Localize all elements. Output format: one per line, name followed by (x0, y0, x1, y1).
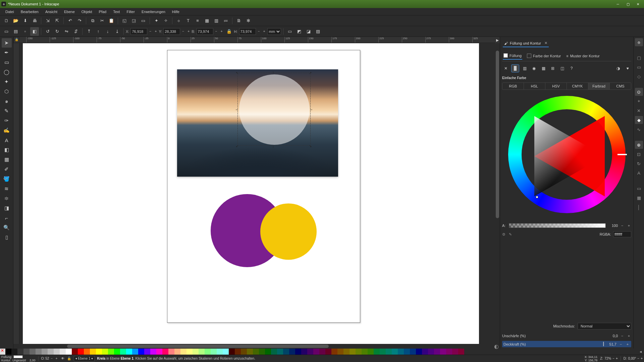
close-button[interactable]: ✕ (633, 1, 643, 7)
palette-swatch[interactable] (144, 349, 150, 355)
selector-tool-icon[interactable]: ➤ (2, 38, 12, 48)
colormode-wheel[interactable]: Farbrad (588, 83, 610, 89)
x-inc[interactable]: + (153, 28, 158, 35)
palette-menu-icon[interactable]: ◂ (637, 349, 644, 355)
palette-swatch[interactable] (126, 349, 132, 355)
menu-layer[interactable]: Ebene (61, 9, 78, 14)
colormode-rgb[interactable]: RGB (502, 83, 524, 89)
snap-other-icon[interactable]: ⊕ (635, 141, 643, 149)
box3d-tool-icon[interactable]: ⬡ (2, 87, 12, 96)
move-gradient-icon[interactable]: ◪ (304, 27, 313, 36)
ruler-horizontal[interactable]: -150 -125 -100 -75 -50 -25 0 25 50 75 10… (19, 37, 495, 43)
palette-swatch[interactable] (5, 349, 11, 355)
palette-swatch[interactable] (446, 349, 452, 355)
colormode-cms[interactable]: CMS (610, 83, 631, 89)
y-input[interactable] (163, 28, 180, 35)
colormode-hsv[interactable]: HSV (545, 83, 567, 89)
palette-swatch[interactable] (241, 349, 247, 355)
handle-e-icon[interactable]: ↔ (310, 108, 313, 111)
layer-lock-icon[interactable]: 🔓 (67, 357, 71, 360)
raise-icon[interactable]: ↑ (94, 27, 103, 36)
paint-radial-icon[interactable]: ◉ (530, 65, 538, 72)
paint-flat-icon[interactable]: ▉ (512, 65, 519, 72)
xml-editor-icon[interactable]: ▦ (203, 16, 211, 25)
spiral-tool-icon[interactable]: ๑ (2, 97, 12, 106)
palette-swatch[interactable] (362, 349, 368, 355)
rot-dec-icon[interactable]: − (637, 357, 639, 360)
palette-swatch[interactable] (374, 349, 380, 355)
panel-close-icon[interactable]: ✕ (544, 41, 547, 45)
palette-swatch[interactable] (356, 349, 362, 355)
new-doc-icon[interactable]: 🗋 (2, 16, 11, 25)
selected-circle-shape[interactable] (239, 74, 310, 145)
doc-props-icon[interactable]: 🗎 (234, 16, 243, 25)
scrollbar-vertical[interactable] (495, 43, 500, 344)
palette-swatch[interactable] (54, 349, 60, 355)
palette-swatch[interactable] (223, 349, 229, 355)
palette-swatch[interactable] (337, 349, 343, 355)
move-pattern-icon[interactable]: ▨ (314, 27, 322, 36)
redo-icon[interactable]: ↷ (75, 16, 84, 25)
measure-tool-icon[interactable]: ▯ (2, 233, 12, 242)
palette-swatch[interactable] (313, 349, 319, 355)
palette-swatch[interactable] (458, 349, 464, 355)
prefs-icon[interactable]: ✻ (244, 16, 253, 25)
opacity-slider-thumb-icon[interactable]: ┃ (602, 342, 604, 346)
ungroup-icon[interactable]: Т (184, 16, 193, 25)
export-icon[interactable]: ⇱ (53, 16, 61, 25)
handle-ne-icon[interactable]: ↗ (309, 71, 312, 74)
palette-swatch[interactable] (235, 349, 241, 355)
w-dec[interactable]: − (214, 28, 219, 35)
menu-file[interactable]: Datei (2, 9, 17, 14)
pencil-tool-icon[interactable]: ✎ (2, 106, 12, 116)
palette-swatch[interactable] (392, 349, 398, 355)
select-layers-icon[interactable]: ▤ (11, 27, 20, 36)
snap-intersect-icon[interactable]: ✕ (635, 107, 643, 115)
rect-tool-icon[interactable]: ▭ (2, 58, 12, 67)
status-stroke-value[interactable]: Ungesetzt (12, 359, 26, 362)
flip-h-icon[interactable]: ⇋ (62, 27, 71, 36)
rgba-input[interactable] (613, 231, 631, 237)
snap-nodes-icon[interactable]: ⊙ (635, 88, 643, 96)
lower-bottom-icon[interactable]: ⤓ (113, 27, 121, 36)
dropper-tool-icon[interactable]: ✐ (2, 165, 12, 174)
raise-top-icon[interactable]: ⤒ (85, 27, 93, 36)
star-tool-icon[interactable]: ✦ (2, 77, 12, 86)
palette-swatch[interactable] (229, 349, 235, 355)
hue-indicator-icon[interactable] (618, 154, 627, 155)
blend-select[interactable]: Normal (578, 323, 631, 329)
palette-swatch[interactable] (295, 349, 301, 355)
snap-bbox-icon[interactable]: ▢ (635, 54, 643, 62)
palette-swatch[interactable] (253, 349, 259, 355)
rotate-cw-icon[interactable]: ↻ (53, 27, 61, 36)
handle-s-icon[interactable]: ↕ (272, 145, 276, 148)
w-inc[interactable]: + (219, 28, 224, 35)
tweak-tool-icon[interactable]: ≋ (2, 184, 12, 193)
palette-swatch[interactable] (247, 349, 253, 355)
snap-grid-icon[interactable]: ▦ (635, 194, 643, 202)
toggle-bbox-icon[interactable]: ◧ (30, 27, 39, 36)
snap-text-icon[interactable]: A (635, 169, 643, 177)
palette-swatch[interactable] (271, 349, 277, 355)
snap-bbox-corner-icon[interactable]: ◇ (635, 72, 643, 80)
zoom-in-icon[interactable]: + (616, 357, 618, 360)
node-tool-icon[interactable]: ✒ (2, 48, 12, 57)
ruler-toggle-icon[interactable]: ▸ (495, 37, 500, 43)
paint-mesh-icon[interactable]: ⊞ (549, 65, 556, 72)
palette-swatch[interactable] (132, 349, 138, 355)
palette-swatch[interactable] (78, 349, 84, 355)
palette-swatch[interactable] (410, 349, 416, 355)
palette-swatch[interactable] (380, 349, 386, 355)
handle-n-icon[interactable]: ↕ (272, 70, 276, 74)
palette-swatch[interactable] (17, 349, 23, 355)
menu-help[interactable]: Hilfe (169, 9, 183, 14)
y-dec[interactable]: − (181, 28, 185, 35)
snap-guide-icon[interactable]: │ (635, 203, 643, 211)
palette-swatch[interactable] (90, 349, 96, 355)
palette-swatch[interactable] (114, 349, 120, 355)
status-fill-swatch[interactable] (13, 355, 23, 358)
pen-tool-icon[interactable]: ✑ (2, 116, 12, 125)
status-o-dec[interactable]: − (50, 357, 54, 360)
group-icon[interactable]: ⟐ (174, 16, 183, 25)
copy-icon[interactable]: ⧉ (88, 16, 97, 25)
